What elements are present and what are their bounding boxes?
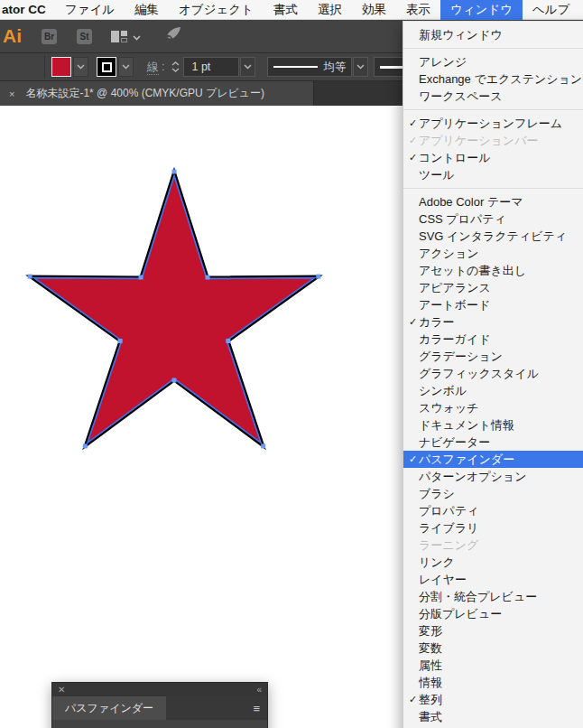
window-menu-item-Exchange でエクステンション[interactable]: Exchange でエクステンション: [403, 70, 583, 88]
window-menu-item-プロパティ[interactable]: プロパティ: [403, 502, 583, 519]
stroke-width-stepper[interactable]: [171, 61, 180, 72]
menu-separator: [403, 109, 583, 110]
menubar-item-ファイル[interactable]: ファイル: [55, 0, 125, 20]
pathfinder-panel-titlebar[interactable]: ✕ «: [52, 683, 267, 696]
stock-button[interactable]: St: [77, 29, 92, 44]
star-path[interactable]: [30, 172, 319, 446]
window-menu-item-CSS プロパティ[interactable]: CSS プロパティ: [403, 210, 583, 228]
window-menu-item-SVG インタラクティビティ[interactable]: SVG インタラクティビティ: [403, 228, 583, 245]
stroke-width-input[interactable]: 1 pt: [183, 57, 239, 77]
window-menu-item-パターンオプション[interactable]: パターンオプション: [403, 468, 583, 485]
window-menu-item-パスファインダー[interactable]: ✓パスファインダー: [403, 451, 583, 468]
anchor-point[interactable]: [316, 275, 320, 279]
window-menu-item-ライブラリ[interactable]: ライブラリ: [403, 519, 583, 537]
menubar-item-効果[interactable]: 効果: [352, 0, 396, 20]
menubar-item-ヘルプ[interactable]: ヘルプ: [523, 0, 579, 20]
stroke-indicator-icon: [102, 62, 112, 72]
menubar-item-表示[interactable]: 表示: [396, 0, 440, 20]
window-menu-item-label: ツール: [419, 167, 455, 183]
window-menu-item-アレンジ[interactable]: アレンジ: [403, 53, 583, 70]
width-profile-field[interactable]: 均等: [267, 57, 352, 77]
window-menu-item-label: アートボード: [419, 297, 490, 313]
window-menu-item-グラデーション[interactable]: グラデーション: [403, 348, 583, 365]
window-menu-item-書式[interactable]: 書式: [403, 708, 583, 725]
fill-color-dropdown[interactable]: [73, 57, 88, 77]
menubar-item-app[interactable]: ator CC: [0, 0, 55, 20]
window-menu-item-情報[interactable]: 情報: [403, 674, 583, 691]
close-tab-icon[interactable]: ×: [9, 89, 14, 99]
window-menu-item-ツール[interactable]: ツール: [403, 166, 583, 183]
anchor-point[interactable]: [226, 339, 230, 343]
window-menu-item-label: グラフィックスタイル: [419, 366, 539, 382]
window-menu-item-カラーガイド[interactable]: カラーガイド: [403, 331, 583, 348]
window-menu-item-ナビゲーター[interactable]: ナビゲーター: [403, 434, 583, 451]
window-menu-item-アセットの書き出し[interactable]: アセットの書き出し: [403, 262, 583, 279]
menubar-item-オブジェクト[interactable]: オブジェクト: [169, 0, 264, 20]
stroke-panel-link[interactable]: 線 :: [147, 60, 164, 75]
window-menu-item-シンボル[interactable]: シンボル: [403, 382, 583, 399]
window-menu-item-アプリケーションフレーム[interactable]: ✓アプリケーションフレーム: [403, 115, 583, 132]
window-menu-item-ブラシ[interactable]: ブラシ: [403, 485, 583, 502]
window-menu-item-label: アクション: [419, 246, 479, 262]
anchor-point[interactable]: [172, 170, 177, 174]
window-menu-item-Adobe Color テーマ[interactable]: Adobe Color テーマ: [403, 193, 583, 210]
menubar-item-ウィンドウ[interactable]: ウィンドウ: [440, 0, 523, 20]
window-menu-item-リンク[interactable]: リンク: [403, 554, 583, 571]
anchor-point[interactable]: [28, 275, 32, 279]
anchor-point[interactable]: [261, 443, 265, 448]
star-shape[interactable]: [0, 106, 379, 611]
window-menu-item-label: ワークスペース: [419, 89, 503, 105]
window-menu-item-アプリケーションバー: ✓アプリケーションバー: [403, 132, 583, 149]
checkmark-icon: ✓: [403, 453, 419, 465]
window-menu-item-分版プレビュー[interactable]: 分版プレビュー: [403, 605, 583, 622]
menubar-item-選択[interactable]: 選択: [308, 0, 352, 20]
window-menu-item-label: アセットの書き出し: [419, 263, 526, 279]
panel-menu-icon[interactable]: ≡: [253, 702, 260, 715]
window-menu-item-label: リンク: [419, 555, 455, 571]
gpu-performance-rocket-icon[interactable]: [164, 26, 182, 46]
window-menu-item-グラフィックスタイル[interactable]: グラフィックスタイル: [403, 365, 583, 382]
window-menu-item-ドキュメント情報[interactable]: ドキュメント情報: [403, 416, 583, 434]
window-menu-item-変形[interactable]: 変形: [403, 622, 583, 639]
anchor-point[interactable]: [172, 378, 177, 383]
window-menu-item-属性[interactable]: 属性: [403, 657, 583, 674]
window-menu-item-コントロール[interactable]: ✓コントロール: [403, 149, 583, 166]
window-menu-item-レイヤー[interactable]: レイヤー: [403, 571, 583, 588]
window-menu-item-ワークスペース[interactable]: ワークスペース: [403, 88, 583, 105]
anchor-point[interactable]: [206, 275, 210, 280]
fill-color-swatch[interactable]: [51, 57, 71, 77]
anchor-point[interactable]: [83, 443, 88, 448]
panel-collapse-icon[interactable]: «: [256, 685, 262, 695]
window-menu-item-アピアランス[interactable]: アピアランス: [403, 279, 583, 296]
stroke-color-dropdown[interactable]: [118, 57, 134, 77]
window-menu-item-スウォッチ[interactable]: スウォッチ: [403, 399, 583, 416]
window-menu-item-変数[interactable]: 変数: [403, 639, 583, 657]
window-menu-item-label: パターンオプション: [419, 469, 526, 485]
checkmark-icon: ✓: [403, 694, 419, 705]
chevron-down-icon[interactable]: [133, 28, 141, 44]
arrange-documents-icon[interactable]: [111, 31, 127, 42]
panel-close-icon[interactable]: ✕: [58, 685, 65, 695]
bridge-button[interactable]: Br: [42, 29, 57, 44]
stroke-color-swatch[interactable]: [97, 57, 116, 77]
menubar-item-書式[interactable]: 書式: [264, 0, 308, 20]
width-profile-dropdown[interactable]: [353, 57, 368, 77]
window-menu-item-整列[interactable]: ✓整列: [403, 691, 583, 708]
anchor-point[interactable]: [118, 339, 123, 343]
stroke-width-dropdown[interactable]: [240, 57, 255, 77]
menubar-item-編集[interactable]: 編集: [125, 0, 169, 20]
window-menu-item-アクション[interactable]: アクション: [403, 245, 583, 262]
document-tab[interactable]: × 名称未設定-1* @ 400% (CMYK/GPU プレビュー): [0, 81, 314, 106]
window-menu-item-分割・統合プレビュー[interactable]: 分割・統合プレビュー: [403, 588, 583, 605]
window-menu-item-カラー[interactable]: ✓カラー: [403, 313, 583, 331]
window-menu-item-label: スウォッチ: [419, 400, 479, 416]
window-menu-item-新規ウィンドウ[interactable]: 新規ウィンドウ: [403, 26, 583, 43]
illustrator-window: ator CCファイル編集オブジェクト書式選択効果表示ウィンドウヘルプ Ai B…: [0, 0, 583, 728]
anchor-point[interactable]: [139, 275, 143, 280]
window-menu-item-label: カラー: [419, 314, 455, 331]
window-menu-item-label: 情報: [419, 675, 442, 691]
pathfinder-tab[interactable]: パスファインダー: [52, 696, 166, 720]
window-menu-item-label: CSS プロパティ: [419, 211, 506, 228]
window-menu-item-アートボード[interactable]: アートボード: [403, 296, 583, 313]
window-menu-item-label: ブラシ: [419, 486, 455, 502]
